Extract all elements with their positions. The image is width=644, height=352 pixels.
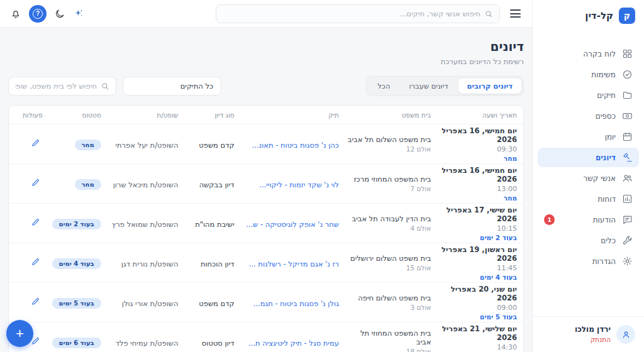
global-search-input[interactable]	[223, 9, 480, 18]
topbar: ?	[0, 0, 532, 28]
app-root: ק קל-דין לוח בקרה משימות תיקים כספים	[0, 0, 644, 352]
hearing-relative-time: בעוד 5 ימים	[436, 313, 517, 321]
hearing-case-cell: שחר נ' אופק לוגיסטיקה - ש...	[235, 217, 339, 229]
judge-name: השופט/ת שמואל פרץ	[112, 220, 178, 229]
header-date-time: תאריך ושעה	[431, 111, 517, 119]
logout-link[interactable]: התנתק	[575, 336, 611, 343]
hearing-court-cell: בית משפט השלום חיפה אולם 3	[339, 294, 431, 311]
case-link[interactable]: עמית סגל - תיק ליטיגציה ת...	[248, 339, 339, 348]
sidebar-item-settings[interactable]: הגדרות	[538, 251, 639, 271]
hearings-search-input[interactable]	[15, 82, 97, 91]
add-hearing-fab[interactable]: +	[6, 320, 33, 347]
hearing-row: יום חמישי, 16 באפריל 2026 13:00 מחר בית …	[9, 164, 523, 204]
page-subtitle: רשימת כל הדיונים במערכת	[8, 57, 524, 66]
tab-past-hearings[interactable]: דיונים שעברו	[400, 79, 457, 94]
contacts-icon	[622, 173, 633, 184]
ai-sparkles-button[interactable]	[73, 8, 84, 19]
court-name: בית המשפט המחוזי מרכז	[344, 175, 431, 184]
hearing-date: יום שלישי, 21 באפריל 2026	[436, 324, 517, 342]
hearing-status-cell: בעוד 6 ימים	[43, 336, 101, 348]
user-icon	[621, 330, 631, 339]
sidebar-item-dashboard[interactable]: לוח בקרה	[538, 44, 639, 63]
sidebar-item-tools[interactable]: כלים	[538, 231, 639, 250]
hearing-type: דיון הוכחות	[201, 260, 235, 268]
sidebar-item-label: דיונים	[596, 153, 616, 162]
help-button[interactable]: ?	[29, 5, 47, 23]
tab-upcoming-hearings[interactable]: דיונים קרובים	[458, 79, 521, 94]
edit-hearing-button[interactable]	[28, 215, 43, 231]
case-link[interactable]: רז נ' אגם מדיקל - רשלנות ...	[249, 260, 339, 268]
finances-icon	[622, 111, 633, 121]
case-link[interactable]: גולן נ' פסגות ביטוח - תגמ...	[253, 299, 339, 308]
hearing-type-cell: דיון הוכחות	[178, 257, 234, 269]
hearing-type-cell: דיון בבקשה	[178, 178, 234, 190]
hearing-actions-cell	[15, 175, 43, 192]
edit-hearing-button[interactable]	[28, 255, 43, 271]
sidebar-item-contacts[interactable]: אנשי קשר	[538, 168, 639, 188]
tasks-icon	[622, 69, 633, 80]
case-link[interactable]: לוי נ' שקד יזמות - ליקויי...	[259, 180, 339, 189]
hearing-date: יום שני, 20 באפריל 2026	[436, 285, 517, 302]
global-search	[216, 4, 500, 23]
judge-name: השופט/ת מיכאל שרון	[113, 180, 179, 189]
hearing-row: יום שלישי, 21 באפריל 2026 14:30 בעוד 6 י…	[9, 322, 523, 352]
hearing-date-cell: יום שלישי, 21 באפריל 2026 14:30 בעוד 6 י…	[431, 324, 517, 352]
sidebar-item-reports[interactable]: דוחות	[538, 189, 639, 209]
case-link[interactable]: שחר נ' אופק לוגיסטיקה - ש...	[246, 220, 339, 229]
sidebar-item-hearings[interactable]: דיונים	[538, 148, 639, 167]
main-area: ? דיונים רשימת כל הדיונים במערכת דיונים …	[0, 0, 532, 352]
hearing-time: 11:45	[436, 264, 517, 272]
hearing-case-cell: לוי נ' שקד יזמות - ליקויי...	[235, 178, 339, 190]
hearing-court-cell: בית משפט השלום תל אביב אולם 12	[339, 135, 431, 153]
sidebar-item-finances[interactable]: כספים	[538, 106, 639, 126]
pencil-icon	[31, 178, 40, 187]
hearing-date: יום ראשון, 19 באפריל 2026	[436, 245, 517, 263]
moon-icon	[54, 8, 65, 19]
sidebar-item-cases[interactable]: תיקים	[538, 85, 639, 105]
status-badge: מחר	[75, 140, 101, 150]
edit-hearing-button[interactable]	[28, 175, 43, 192]
hearing-judge-cell: השופט/ת יעל אפרתי	[101, 138, 179, 150]
edit-hearing-button[interactable]	[28, 136, 43, 152]
case-filter-dropdown[interactable]: כל התיקים	[123, 77, 221, 96]
bell-icon	[10, 8, 21, 19]
notifications-button[interactable]	[10, 8, 21, 19]
pencil-icon	[31, 297, 40, 306]
hearing-relative-time: בעוד 4 ימים	[436, 273, 517, 281]
table-header-row: תאריך ושעה בית משפט תיק סוג דיון שופט/ת …	[9, 106, 523, 124]
court-room: אולם 12	[344, 145, 431, 153]
hearing-date-cell: יום ראשון, 19 באפריל 2026 11:45 בעוד 4 י…	[431, 245, 517, 281]
sidebar-item-tasks[interactable]: משימות	[538, 65, 639, 84]
sidebar-item-messages[interactable]: הודעות 1	[538, 210, 639, 229]
hearings-table: תאריך ושעה בית משפט תיק סוג דיון שופט/ת …	[8, 105, 524, 352]
hearing-time: 10:15	[436, 224, 517, 233]
hearing-court-cell: בית משפט השלום ירושלים אולם 15	[339, 254, 431, 272]
settings-icon	[622, 256, 633, 267]
hearing-row: יום שישי, 17 באפריל 2026 10:15 בעוד 2 ימ…	[9, 204, 523, 243]
sidebar-item-calendar[interactable]: יומן	[538, 127, 639, 146]
court-name: בית משפט השלום חיפה	[344, 294, 431, 302]
hearing-judge-cell: השופט/ת עמיחי פלד	[101, 336, 179, 348]
cases-icon	[622, 90, 633, 101]
pencil-icon	[31, 138, 40, 148]
hearing-judge-cell: השופט/ת נורית דגן	[101, 257, 179, 269]
hearing-status-cell: בעוד 5 ימים	[43, 296, 101, 309]
hearing-row: יום ראשון, 19 באפריל 2026 11:45 בעוד 4 י…	[9, 243, 523, 283]
edit-hearing-button[interactable]	[28, 294, 43, 311]
sidebar-item-label: כלים	[601, 236, 616, 245]
case-link[interactable]: כהן נ' פסגות ביטוח - תאונ...	[252, 141, 339, 150]
judge-name: השופט/ת יעל אפרתי	[115, 141, 178, 150]
sidebar-nav: לוח בקרה משימות תיקים כספים יומן דיונים	[533, 39, 644, 276]
avatar	[616, 325, 635, 344]
dark-mode-button[interactable]	[54, 8, 65, 19]
hearing-case-cell: כהן נ' פסגות ביטוח - תאונ...	[235, 138, 339, 150]
status-badge: מחר	[75, 179, 101, 190]
menu-toggle-button[interactable]	[509, 7, 522, 20]
header-judge: שופט/ת	[101, 111, 179, 119]
court-room: אולם 15	[344, 264, 431, 272]
pencil-icon	[31, 217, 40, 227]
topbar-icons: ?	[10, 5, 84, 23]
messages-icon	[622, 214, 633, 225]
header-hearing-type: סוג דיון	[178, 111, 234, 119]
tab-all-hearings[interactable]: הכל	[369, 79, 399, 94]
